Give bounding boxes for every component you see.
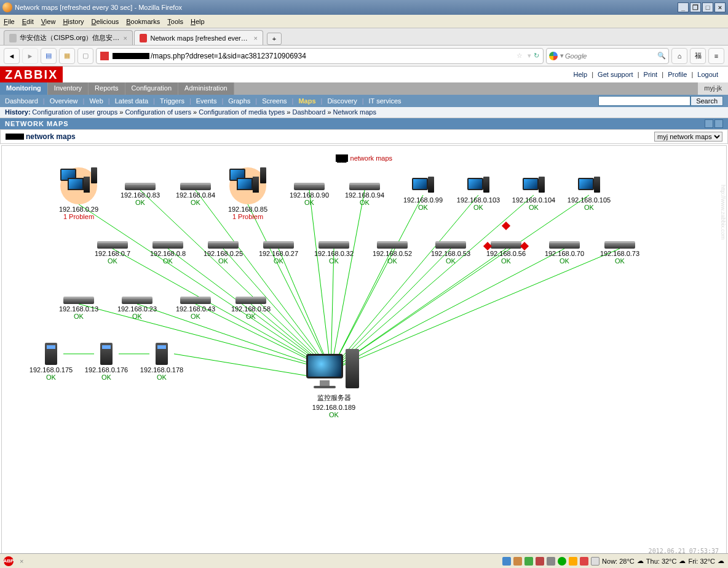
search-bar[interactable]: ▾ 🔍	[546, 48, 669, 64]
reload-icon[interactable]: ↻	[534, 52, 539, 60]
history-link[interactable]: Network maps	[333, 108, 376, 116]
node-192-168-0-27[interactable]: 192.168.0.27OK	[254, 241, 303, 265]
node-192-168-0-8[interactable]: 192.168.0.8OK	[143, 241, 192, 265]
map-select[interactable]: myj network maps	[654, 132, 722, 142]
node-192-168-0-105[interactable]: 192.168.0.105OK	[564, 177, 614, 211]
tray-icon[interactable]	[513, 557, 522, 566]
tab-cisps[interactable]: 华安信达（CISPS.org）信息安全论… ×	[4, 30, 133, 45]
tray-icon[interactable]	[502, 557, 511, 566]
node-192-168-0-84[interactable]: 192.168.0.84OK	[171, 183, 220, 206]
tile-button[interactable]: ▦	[59, 48, 75, 64]
tab-configuration[interactable]: Configuration	[125, 82, 178, 95]
tab-reports[interactable]: Reports	[89, 82, 125, 95]
node-192-168-0-103[interactable]: 192.168.0.103OK	[454, 177, 503, 211]
forward-button[interactable]: ►	[22, 48, 38, 64]
node-192-168-0-178[interactable]: 192.168.0.178OK	[137, 343, 186, 381]
subtab-overview[interactable]: Overview	[50, 97, 78, 105]
back-button[interactable]: ◄	[4, 48, 20, 64]
tray-icon[interactable]	[536, 557, 544, 566]
taskbar-close-icon[interactable]: ×	[20, 558, 23, 565]
url-input[interactable]	[151, 52, 514, 60]
subtab-dashboard[interactable]: Dashboard	[5, 97, 38, 105]
tray-icon[interactable]	[524, 557, 533, 566]
node-192-168-0-13[interactable]: 192.168.0.13OK	[54, 297, 103, 320]
subtab-discovery[interactable]: Discovery	[327, 97, 357, 105]
bookmark-button[interactable]: ▤	[41, 48, 57, 64]
tray-icon[interactable]	[547, 557, 555, 566]
node-192-168-0-176[interactable]: 192.168.0.176OK	[82, 343, 131, 381]
node-192-168-0-29[interactable]: 192.168.0.291 Problem	[54, 167, 103, 220]
subtab-it-services[interactable]: IT services	[369, 97, 402, 105]
menu-edit[interactable]: Edit	[22, 18, 34, 25]
menu-view[interactable]: View	[41, 18, 56, 25]
link-logout[interactable]: Logout	[697, 71, 718, 78]
menu-delicious[interactable]: Delicious	[92, 18, 119, 25]
fullscreen-panel-icon[interactable]	[714, 119, 723, 128]
tab-administration[interactable]: Administration	[178, 82, 234, 95]
dropdown-icon[interactable]: ▾	[560, 52, 564, 60]
tab-close-icon[interactable]: ×	[124, 34, 127, 42]
url-bar[interactable]: ☆ ▾ ↻	[96, 48, 544, 64]
close-button[interactable]: ×	[714, 2, 726, 12]
tray-icon[interactable]	[580, 557, 588, 566]
node-192-168-0-23[interactable]: 192.168.0.23OK	[113, 297, 162, 320]
menu-bookmarks[interactable]: Bookmarks	[126, 18, 160, 25]
subtab-web[interactable]: Web	[89, 97, 103, 105]
subtab-events[interactable]: Events	[196, 97, 217, 105]
node-192-168-0-90[interactable]: 192.168.0.90OK	[285, 183, 334, 206]
node-192-168-0-85[interactable]: 192.168.0.851 Problem	[223, 167, 272, 220]
menu-help[interactable]: Help	[191, 18, 205, 25]
link-help[interactable]: Help	[573, 71, 587, 78]
tray-calendar-icon[interactable]	[591, 557, 599, 566]
dropdown-icon[interactable]: ▾	[528, 52, 531, 60]
node-192-168-0-53[interactable]: 192.168.0.53OK	[426, 241, 475, 265]
subtab-screens[interactable]: Screens	[262, 97, 287, 105]
minimize-button[interactable]: _	[678, 2, 689, 12]
bookmark-star-icon[interactable]: ☆	[516, 52, 523, 60]
history-link[interactable]: Configuration of media types	[199, 108, 285, 116]
node-monitor-server[interactable]: 监控服务器192.168.0.189OK	[303, 349, 365, 418]
new-tab-button[interactable]: +	[267, 33, 282, 45]
subtab-maps[interactable]: Maps	[298, 97, 315, 105]
tray-icon[interactable]	[569, 557, 577, 566]
node-192-168-0-58[interactable]: 192.168.0.58OK	[226, 297, 275, 320]
search-go-icon[interactable]: 🔍	[657, 52, 666, 60]
history-link[interactable]: Dashboard	[293, 108, 326, 116]
tab-close-icon[interactable]: ×	[254, 34, 258, 42]
menu-file[interactable]: File	[4, 18, 15, 25]
node-192-168-0-104[interactable]: 192.168.0.104OK	[509, 177, 558, 211]
menu-tools[interactable]: Tools	[167, 18, 183, 25]
subtab-latest-data[interactable]: Latest data	[115, 97, 148, 105]
node-192-168-0-32[interactable]: 192.168.0.32OK	[309, 241, 358, 265]
link-print[interactable]: Print	[644, 71, 658, 78]
node-192-168-0-94[interactable]: 192.168.0.94OK	[340, 183, 389, 206]
tab-zabbix[interactable]: Network maps [refreshed every 30 … ×	[134, 30, 263, 45]
menu-history[interactable]: History	[63, 18, 84, 25]
link-get-support[interactable]: Get support	[598, 71, 633, 78]
tag-button[interactable]: ▢	[77, 48, 93, 64]
zabbix-search-button[interactable]: Search	[690, 96, 723, 106]
history-link[interactable]: Configuration of users	[125, 108, 191, 116]
node-192-168-0-83[interactable]: 192.168.0.83OK	[116, 183, 165, 206]
tray-icon[interactable]	[558, 557, 566, 566]
node-192-168-0-7[interactable]: 192.168.0.7OK	[88, 241, 137, 265]
tab-monitoring[interactable]: Monitoring	[0, 82, 48, 95]
minimize-panel-icon[interactable]	[705, 119, 713, 128]
subtab-graphs[interactable]: Graphs	[228, 97, 250, 105]
zabbix-search-input[interactable]	[598, 96, 690, 106]
node-192-168-0-73[interactable]: 192.168.0.73OK	[595, 241, 644, 265]
extension-button[interactable]: 福	[690, 48, 706, 64]
tab-inventory[interactable]: Inventory	[48, 82, 89, 95]
subtab-triggers[interactable]: Triggers	[160, 97, 184, 105]
network-map-canvas[interactable]: ██network maps 192.168.0.291 Problem192.…	[1, 145, 727, 558]
menu-button[interactable]: ≡	[708, 48, 724, 64]
maximize-button[interactable]: □	[702, 2, 713, 12]
link-profile[interactable]: Profile	[668, 71, 687, 78]
node-192-168-0-175[interactable]: 192.168.0.175OK	[26, 343, 76, 381]
adblock-icon[interactable]: ABP	[4, 556, 14, 566]
node-192-168-0-43[interactable]: 192.168.0.43OK	[171, 297, 220, 320]
node-192-168-0-52[interactable]: 192.168.0.52OK	[368, 241, 417, 265]
home-button[interactable]: ⌂	[671, 48, 687, 64]
node-192-168-0-70[interactable]: 192.168.0.70OK	[540, 241, 589, 265]
history-link[interactable]: Configuration of user groups	[32, 108, 117, 116]
